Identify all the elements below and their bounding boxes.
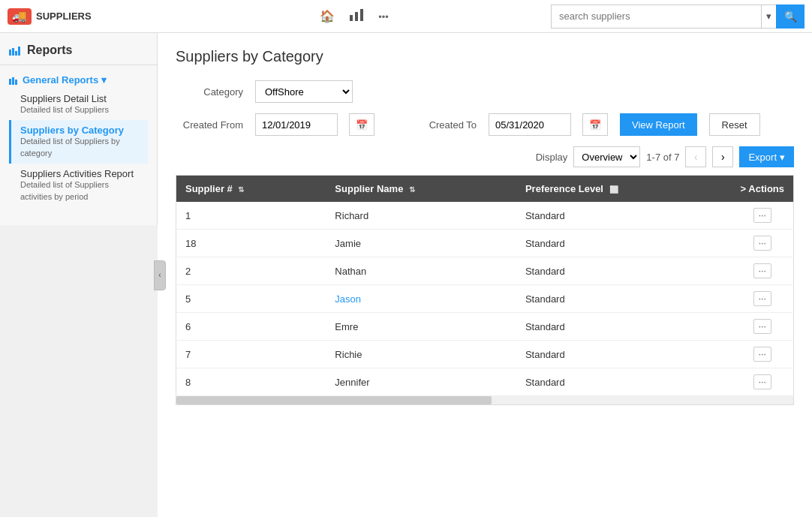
svg-rect-0	[350, 15, 353, 21]
export-label: Export	[748, 152, 777, 163]
cell-supplier-num: 1	[176, 202, 326, 230]
sort-supplier-name-icon: ⇅	[409, 185, 415, 194]
page-title: Suppliers by Category	[176, 48, 794, 65]
created-to-label: Created To	[409, 119, 477, 131]
created-from-input[interactable]	[255, 113, 338, 136]
cell-supplier-name[interactable]: Jason	[326, 285, 516, 313]
cell-actions: ···	[732, 285, 794, 313]
main-layout: Reports General Reports ▾ Suppliers Deta…	[0, 33, 812, 517]
svg-rect-3	[9, 50, 11, 56]
sidebar-item-detail-list[interactable]: Suppliers Detail List Detailed list of S…	[9, 89, 148, 120]
horizontal-scrollbar[interactable]	[176, 396, 794, 405]
cell-actions: ···	[732, 368, 794, 396]
action-menu-button[interactable]: ···	[753, 374, 771, 389]
sidebar-collapse-toggle[interactable]: ‹	[154, 260, 166, 290]
category-row: Category OffShore	[176, 80, 794, 103]
search-input[interactable]	[551, 5, 761, 29]
cell-supplier-name: Nathan	[326, 257, 516, 285]
cell-preference-level: Standard	[516, 313, 732, 341]
nav-icons: 🏠 •••	[158, 5, 551, 29]
cell-preference-level: Standard	[516, 202, 732, 230]
table-header-row: Supplier # ⇅ Supplier Name ⇅ Preference …	[176, 176, 794, 203]
col-resize-icon: ⬜	[609, 185, 618, 194]
cell-supplier-num: 8	[176, 368, 326, 396]
cell-preference-level: Standard	[516, 285, 732, 313]
svg-rect-8	[12, 77, 14, 85]
col-supplier-name[interactable]: Supplier Name ⇅	[326, 176, 516, 203]
sidebar-item-desc-detail: Detailed list of Suppliers	[20, 104, 139, 116]
col-actions: > Actions	[732, 176, 794, 203]
search-dropdown-button[interactable]: ▾	[761, 5, 776, 29]
sidebar-item-by-category[interactable]: Suppliers by Category Detailed list of S…	[9, 120, 148, 164]
cell-preference-level: Standard	[516, 230, 732, 257]
sidebar-header: Reports	[0, 33, 157, 65]
display-select[interactable]: Overview	[573, 146, 640, 167]
svg-rect-5	[15, 51, 17, 56]
table-row: 18JamieStandard···	[176, 230, 794, 257]
action-menu-button[interactable]: ···	[753, 236, 771, 251]
action-menu-button[interactable]: ···	[753, 319, 771, 334]
reset-button[interactable]: Reset	[709, 113, 760, 136]
pagination-info: 1-7 of 7	[646, 152, 679, 163]
svg-rect-6	[18, 47, 20, 56]
export-chevron-icon: ▾	[780, 152, 785, 163]
created-from-label: Created From	[176, 119, 243, 131]
sidebar-item-desc-activities: Detailed list of Suppliers activities by…	[20, 179, 139, 203]
created-to-calendar-button[interactable]: 📅	[582, 113, 608, 136]
cell-actions: ···	[732, 257, 794, 285]
cell-supplier-num: 2	[176, 257, 326, 285]
action-menu-button[interactable]: ···	[753, 347, 771, 362]
cell-supplier-name: Richie	[326, 341, 516, 368]
created-from-calendar-button[interactable]: 📅	[349, 113, 374, 136]
date-range-row: Created From 📅 Created To 📅 View Report …	[176, 113, 794, 136]
search-button[interactable]: 🔍	[776, 5, 804, 29]
content-area: Suppliers by Category Category OffShore …	[158, 33, 812, 517]
brand: SUPPLIERS	[8, 8, 158, 25]
general-reports-icon	[9, 76, 20, 85]
display-label: Display	[536, 152, 568, 163]
sidebar-section: General Reports ▾ Suppliers Detail List …	[0, 65, 157, 210]
table-row: 8JenniferStandard···	[176, 368, 794, 396]
view-report-button[interactable]: View Report	[620, 113, 697, 136]
sidebar-item-title-category: Suppliers by Category	[20, 125, 139, 136]
table-row: 5JasonStandard···	[176, 285, 794, 313]
cell-supplier-name: Richard	[326, 202, 516, 230]
next-page-button[interactable]: ›	[712, 146, 733, 167]
sidebar-item-title-detail: Suppliers Detail List	[20, 93, 139, 104]
cell-supplier-name: Emre	[326, 313, 516, 341]
action-menu-button[interactable]: ···	[753, 291, 771, 306]
cell-supplier-name: Jennifer	[326, 368, 516, 396]
action-menu-button[interactable]: ···	[753, 263, 771, 278]
svg-rect-2	[360, 9, 363, 21]
sort-supplier-num-icon: ⇅	[238, 185, 244, 194]
sidebar-item-activities[interactable]: Suppliers Activities Report Detailed lis…	[9, 164, 148, 207]
more-button[interactable]: •••	[374, 5, 393, 28]
more-icon: •••	[378, 11, 389, 23]
chart-button[interactable]	[345, 5, 368, 29]
scrollbar-track[interactable]	[176, 396, 492, 404]
export-button[interactable]: Export ▾	[739, 146, 794, 167]
table-row: 7RichieStandard···	[176, 341, 794, 368]
col-supplier-num[interactable]: Supplier # ⇅	[176, 176, 326, 203]
search-area: ▾ 🔍	[551, 5, 804, 29]
cell-actions: ···	[732, 230, 794, 257]
svg-rect-9	[15, 80, 17, 85]
cell-actions: ···	[732, 313, 794, 341]
action-menu-button[interactable]: ···	[753, 208, 771, 223]
general-reports-label: General Reports	[23, 74, 98, 86]
cell-actions: ···	[732, 341, 794, 368]
table-row: 1RichardStandard···	[176, 202, 794, 230]
table-row: 6EmreStandard···	[176, 313, 794, 341]
suppliers-table: Supplier # ⇅ Supplier Name ⇅ Preference …	[176, 175, 794, 396]
created-to-input[interactable]	[489, 113, 571, 136]
col-preference-level[interactable]: Preference Level ⬜	[516, 176, 732, 203]
sidebar-item-title-activities: Suppliers Activities Report	[20, 168, 139, 179]
sidebar: Reports General Reports ▾ Suppliers Deta…	[0, 33, 158, 225]
category-select[interactable]: OffShore	[255, 80, 353, 103]
brand-title: SUPPLIERS	[36, 11, 92, 22]
prev-page-button[interactable]: ‹	[685, 146, 706, 167]
home-button[interactable]: 🏠	[315, 5, 339, 28]
reports-icon	[9, 45, 21, 56]
general-reports-section[interactable]: General Reports ▾	[9, 71, 148, 89]
svg-rect-7	[9, 79, 11, 85]
